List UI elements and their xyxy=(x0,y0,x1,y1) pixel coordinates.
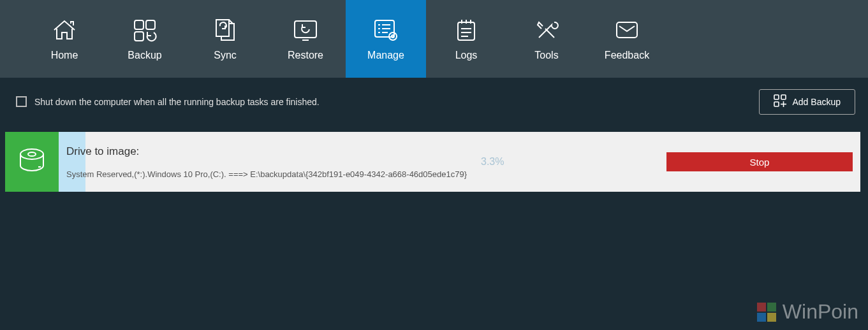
task-detail: System Reserved,(*:).Windows 10 Pro,(C:)… xyxy=(66,169,666,179)
add-backup-icon xyxy=(774,94,786,109)
shutdown-option[interactable]: Shut down the computer when all the runn… xyxy=(16,96,320,107)
home-icon xyxy=(51,17,78,43)
task-title: Drive to image: xyxy=(66,145,666,158)
nav-label: Restore xyxy=(288,50,323,61)
svg-rect-17 xyxy=(458,22,474,40)
nav-label: Sync xyxy=(214,50,237,61)
sync-icon xyxy=(212,17,239,43)
svg-point-30 xyxy=(20,149,43,159)
add-backup-button[interactable]: Add Backup xyxy=(759,89,856,115)
svg-rect-24 xyxy=(617,22,637,38)
task-text: Drive to image: System Reserved,(*:).Win… xyxy=(85,145,666,179)
nav-label: Tools xyxy=(534,50,558,61)
task-progress-percent: 3.3% xyxy=(481,156,504,168)
nav-label: Backup xyxy=(128,50,161,61)
backup-task-card: Drive to image: System Reserved,(*:).Win… xyxy=(5,132,860,192)
watermark: WinPoin xyxy=(757,300,858,324)
drive-icon xyxy=(17,147,47,177)
toolbar: Shut down the computer when all the runn… xyxy=(0,78,868,126)
manage-icon xyxy=(372,17,399,43)
nav-manage[interactable]: Manage xyxy=(346,0,426,78)
shutdown-label: Shut down the computer when all the runn… xyxy=(34,97,320,107)
svg-rect-2 xyxy=(135,32,143,41)
logs-icon xyxy=(453,17,480,43)
svg-rect-0 xyxy=(135,20,143,29)
tools-icon xyxy=(533,17,560,43)
svg-rect-3 xyxy=(295,21,316,38)
restore-icon xyxy=(292,17,319,43)
shutdown-checkbox[interactable] xyxy=(16,96,27,107)
nav-feedback[interactable]: Feedback xyxy=(587,0,667,78)
svg-rect-26 xyxy=(781,95,786,99)
watermark-text: WinPoin xyxy=(783,300,858,324)
nav-home[interactable]: Home xyxy=(24,0,105,78)
backup-icon xyxy=(131,17,158,43)
stop-button[interactable]: Stop xyxy=(666,152,853,171)
nav-label: Logs xyxy=(455,50,478,61)
task-body: Drive to image: System Reserved,(*:).Win… xyxy=(85,132,860,192)
svg-rect-1 xyxy=(146,20,155,29)
nav-tools[interactable]: Tools xyxy=(506,0,587,78)
nav-logs[interactable]: Logs xyxy=(426,0,506,78)
feedback-icon xyxy=(614,17,640,43)
svg-rect-25 xyxy=(774,95,779,99)
add-backup-label: Add Backup xyxy=(793,97,841,107)
nav-label: Home xyxy=(51,50,78,61)
nav-restore[interactable]: Restore xyxy=(265,0,346,78)
nav-sync[interactable]: Sync xyxy=(185,0,265,78)
task-progress-bar xyxy=(59,132,85,192)
top-nav: Home Backup Sync Restore xyxy=(0,0,868,78)
windows-logo-icon xyxy=(757,303,776,322)
svg-point-31 xyxy=(28,152,36,156)
task-icon-block xyxy=(5,132,59,192)
nav-backup[interactable]: Backup xyxy=(105,0,185,78)
svg-rect-27 xyxy=(774,102,779,106)
nav-label: Feedback xyxy=(605,50,649,61)
nav-label: Manage xyxy=(367,50,404,61)
